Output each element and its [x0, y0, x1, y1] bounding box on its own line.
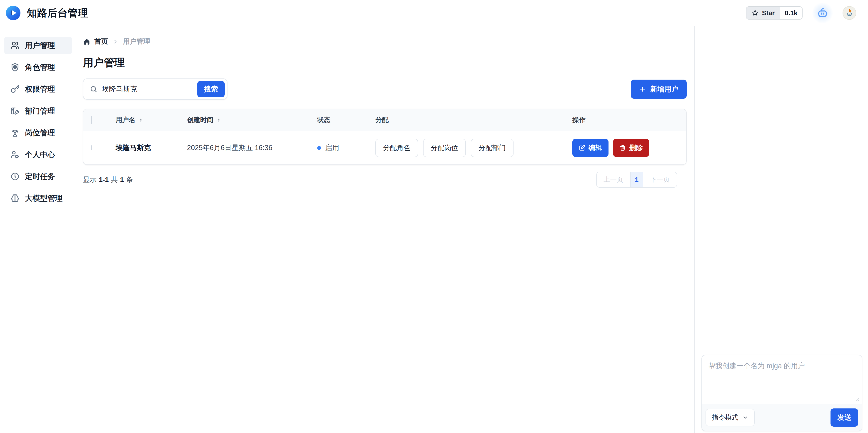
- pagination-summary: 显示 1-1 共 1 条: [83, 175, 133, 184]
- sidebar-item-label: 岗位管理: [25, 128, 55, 138]
- column-username[interactable]: 用户名: [116, 116, 187, 125]
- row-checkbox-cell: [83, 146, 116, 150]
- sidebar-item-role-management[interactable]: 角色管理: [4, 58, 72, 76]
- select-all-checkbox[interactable]: [91, 116, 92, 124]
- mode-select-button[interactable]: 指令模式: [706, 409, 755, 426]
- app-logo-icon: [6, 6, 21, 20]
- star-label: Star: [762, 9, 775, 17]
- row-status: 启用: [317, 143, 375, 153]
- sidebar-item-label: 角色管理: [25, 62, 55, 73]
- breadcrumb-home[interactable]: 首页: [83, 37, 108, 46]
- assistant-panel: 指令模式 发送: [694, 26, 868, 433]
- summary-showing: 显示: [83, 175, 97, 184]
- header-actions: Star 0.1k: [746, 2, 856, 23]
- sidebar-item-user-management[interactable]: 用户管理: [4, 37, 72, 54]
- toolbar: 搜索 新增用户: [83, 79, 687, 99]
- header-checkbox-cell: [83, 116, 116, 124]
- send-button[interactable]: 发送: [831, 408, 858, 427]
- assign-department-button[interactable]: 分配部门: [471, 139, 514, 157]
- summary-total: 1: [120, 176, 124, 183]
- key-icon: [10, 85, 20, 94]
- add-user-button[interactable]: 新增用户: [631, 80, 687, 99]
- sidebar-item-llm-management[interactable]: 大模型管理: [4, 190, 72, 207]
- sidebar-item-label: 权限管理: [25, 84, 55, 94]
- column-created-at-label: 创建时间: [187, 116, 213, 125]
- graduate-icon: [10, 128, 20, 137]
- assistant-chat-card: 指令模式 发送: [702, 355, 862, 431]
- edit-button[interactable]: 编辑: [572, 139, 609, 157]
- brain-icon: [10, 194, 20, 203]
- chat-input-area: [702, 355, 862, 404]
- plus-icon: [639, 86, 646, 93]
- assign-role-button[interactable]: 分配角色: [375, 139, 418, 157]
- user-gear-icon: [10, 150, 20, 159]
- assistant-robot-button[interactable]: [812, 2, 833, 23]
- search-input[interactable]: [102, 85, 193, 93]
- star-count: 0.1k: [780, 7, 802, 19]
- github-star-widget[interactable]: Star 0.1k: [746, 6, 803, 20]
- search-button[interactable]: 搜索: [197, 81, 225, 97]
- users-icon: [10, 41, 20, 50]
- page-title: 用户管理: [83, 56, 687, 70]
- table-header-row: 用户名 创建时间 状态 分配 操作: [83, 109, 686, 131]
- delete-button[interactable]: 删除: [613, 139, 649, 157]
- summary-unit: 条: [126, 175, 133, 184]
- star-icon: [751, 9, 759, 17]
- resize-grip-icon[interactable]: [856, 398, 860, 402]
- sidebar-item-permission-management[interactable]: 权限管理: [4, 80, 72, 98]
- pager: 上一页 1 下一页: [596, 172, 677, 187]
- robot-icon: [817, 7, 829, 19]
- edit-pencil-icon: [579, 145, 585, 151]
- home-icon: [83, 38, 91, 46]
- chat-textarea[interactable]: [702, 355, 862, 404]
- column-status: 状态: [317, 116, 375, 125]
- mode-label: 指令模式: [712, 413, 738, 422]
- clock-icon: [10, 172, 20, 181]
- sidebar-item-label: 个人中心: [25, 150, 55, 160]
- column-actions: 操作: [572, 116, 686, 125]
- row-assign-actions: 分配角色 分配岗位 分配部门: [375, 139, 572, 157]
- breadcrumb: 首页 用户管理: [83, 37, 687, 46]
- summary-of: 共: [111, 175, 118, 184]
- add-user-label: 新增用户: [650, 84, 679, 94]
- table-footer: 显示 1-1 共 1 条 上一页 1 下一页: [83, 172, 687, 187]
- chevron-right-icon: [113, 39, 118, 45]
- next-page-button[interactable]: 下一页: [643, 172, 677, 187]
- summary-range: 1-1: [99, 176, 108, 183]
- main-content: 首页 用户管理 用户管理 搜索 新增用户: [76, 26, 694, 433]
- sidebar-item-label: 部门管理: [25, 106, 55, 116]
- chevron-down-icon: [742, 414, 748, 421]
- chat-footer: 指令模式 发送: [702, 404, 862, 431]
- department-icon: [10, 107, 20, 116]
- app-title: 知路后台管理: [27, 6, 88, 20]
- sidebar-item-label: 定时任务: [25, 171, 55, 182]
- sidebar-item-position-management[interactable]: 岗位管理: [4, 124, 72, 142]
- star-button[interactable]: Star: [746, 7, 780, 19]
- row-username: 埃隆马斯克: [116, 143, 187, 153]
- column-created-at[interactable]: 创建时间: [187, 116, 317, 125]
- prev-page-button[interactable]: 上一页: [597, 172, 630, 187]
- sidebar-item-personal-center[interactable]: 个人中心: [4, 146, 72, 164]
- app-header: 知路后台管理 Star 0.1k: [0, 0, 868, 26]
- delete-label: 删除: [629, 143, 643, 153]
- sidebar-item-scheduled-tasks[interactable]: 定时任务: [4, 168, 72, 185]
- sidebar-item-department-management[interactable]: 部门管理: [4, 102, 72, 120]
- users-table: 用户名 创建时间 状态 分配 操作: [83, 109, 687, 165]
- assign-position-button[interactable]: 分配岗位: [423, 139, 466, 157]
- trash-icon: [619, 145, 626, 151]
- current-page-indicator[interactable]: 1: [630, 172, 643, 187]
- brand: 知路后台管理: [6, 6, 88, 20]
- sort-icon: [216, 118, 221, 122]
- table-row: 埃隆马斯克 2025年6月6日星期五 16:36 启用 分配角色 分配岗位 分配…: [83, 131, 686, 165]
- row-actions: 编辑 删除: [572, 139, 686, 157]
- edit-label: 编辑: [589, 143, 602, 153]
- row-created-at: 2025年6月6日星期五 16:36: [187, 143, 317, 153]
- user-avatar[interactable]: [842, 6, 856, 20]
- column-assign: 分配: [375, 116, 572, 125]
- sidebar-item-label: 大模型管理: [25, 193, 62, 204]
- sort-icon: [138, 118, 143, 122]
- row-checkbox[interactable]: [91, 145, 92, 150]
- breadcrumb-current: 用户管理: [123, 37, 150, 46]
- shield-user-icon: [10, 63, 20, 72]
- column-username-label: 用户名: [116, 116, 135, 125]
